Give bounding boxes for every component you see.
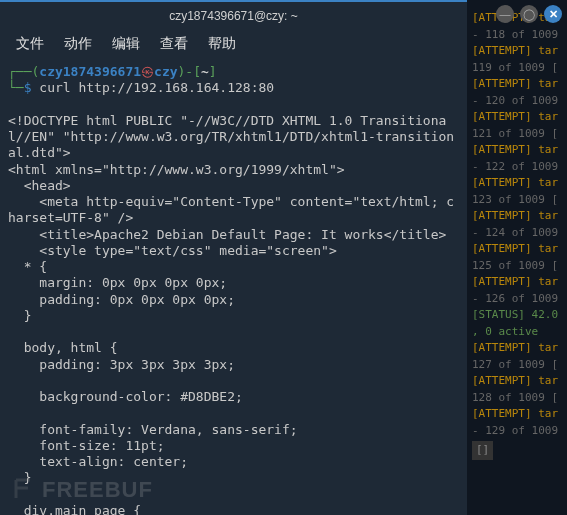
bg-line: [ATTEMPT] tar [472, 208, 562, 225]
prompt-at-icon: ㉿ [141, 64, 154, 79]
bg-line: [ATTEMPT] tar [472, 43, 562, 60]
bg-line: [ATTEMPT] tar [472, 241, 562, 258]
bg-line: - 126 of 1009 [472, 291, 562, 308]
bg-line: [ATTEMPT] tar [472, 274, 562, 291]
bg-line: [ATTEMPT] tar [472, 76, 562, 93]
bg-line: 119 of 1009 [ [472, 60, 562, 77]
bg-line: [ATTEMPT] tar [472, 373, 562, 390]
menu-actions[interactable]: 动作 [56, 32, 100, 56]
window-controls: — ◯ ✕ [496, 5, 562, 23]
window-title: czy1874396671@czy: ~ [169, 9, 298, 23]
bg-line: [ATTEMPT] tar [472, 142, 562, 159]
menu-view[interactable]: 查看 [152, 32, 196, 56]
bg-line: 123 of 1009 [ [472, 192, 562, 209]
bg-line: 125 of 1009 [ [472, 258, 562, 275]
watermark: FREEBUF [12, 476, 153, 504]
background-terminal: [ATTEMPT] tar- 118 of 1009[ATTEMPT] tar1… [467, 0, 567, 515]
terminal-window: czy1874396671@czy: ~ — ◯ ✕ 文件 动作 编辑 查看 帮… [0, 0, 467, 515]
bg-line: - 120 of 1009 [472, 93, 562, 110]
titlebar: czy1874396671@czy: ~ — ◯ ✕ [0, 2, 467, 30]
terminal-body[interactable]: ┌──(czy1874396671㉿czy)-[~] └─$ curl http… [0, 58, 467, 515]
minimize-button[interactable]: — [496, 5, 514, 23]
close-button[interactable]: ✕ [544, 5, 562, 23]
bg-line: 127 of 1009 [ [472, 357, 562, 374]
maximize-button[interactable]: ◯ [520, 5, 538, 23]
menubar: 文件 动作 编辑 查看 帮助 [0, 30, 467, 58]
bg-line: , 0 active [472, 324, 562, 341]
prompt-dollar: $ [24, 80, 32, 95]
bg-line: 121 of 1009 [ [472, 126, 562, 143]
bg-line: - 124 of 1009 [472, 225, 562, 242]
menu-edit[interactable]: 编辑 [104, 32, 148, 56]
prompt-line1: ┌──(czy1874396671㉿czy)-[~] [8, 64, 217, 79]
command-output: <!DOCTYPE html PUBLIC "-//W3C//DTD XHTML… [8, 113, 454, 515]
bg-line: [ATTEMPT] tar [472, 175, 562, 192]
bg-line: - 122 of 1009 [472, 159, 562, 176]
bg-line: 128 of 1009 [ [472, 390, 562, 407]
bg-line: - 118 of 1009 [472, 27, 562, 44]
bg-line: - 129 of 1009 [472, 423, 562, 440]
prompt-host: czy [154, 64, 177, 79]
prompt-path: ~ [201, 64, 209, 79]
bg-line: [ATTEMPT] tar [472, 109, 562, 126]
bg-prompt: [] [472, 441, 493, 460]
menu-help[interactable]: 帮助 [200, 32, 244, 56]
bg-line: [STATUS] 42.0 [472, 307, 562, 324]
prompt-line2: └─$ curl http://192.168.164.128:80 [8, 80, 274, 95]
prompt-user: czy1874396671 [39, 64, 141, 79]
command-text: curl http://192.168.164.128:80 [39, 80, 274, 95]
bg-line: [ATTEMPT] tar [472, 406, 562, 423]
menu-file[interactable]: 文件 [8, 32, 52, 56]
bg-line: [ATTEMPT] tar [472, 340, 562, 357]
